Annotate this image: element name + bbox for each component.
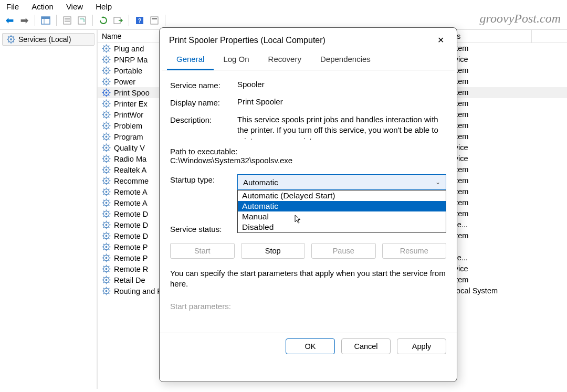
label-path: Path to executable: (170, 147, 446, 156)
start-button[interactable]: Start (170, 243, 235, 259)
svg-point-164 (106, 202, 108, 204)
apply-button[interactable]: Apply (397, 338, 446, 354)
ok-button[interactable]: OK (286, 338, 335, 354)
svg-point-44 (106, 70, 108, 72)
resume-button[interactable]: Resume (382, 243, 447, 259)
tab-logon[interactable]: Log On (214, 50, 258, 70)
svg-point-94 (106, 125, 108, 127)
svg-line-99 (103, 123, 104, 124)
sheet-icon (62, 16, 72, 25)
option-disabled[interactable]: Disabled (238, 222, 446, 232)
service-name-cell: Print Spoo (114, 89, 150, 97)
gear-icon (7, 35, 15, 44)
svg-line-79 (103, 101, 104, 102)
stop-button[interactable]: Stop (241, 243, 306, 259)
properties-button[interactable] (61, 14, 74, 27)
service-logon-cell: rvice (448, 143, 532, 153)
svg-line-69 (103, 90, 104, 91)
svg-point-144 (106, 180, 108, 182)
dialog-footer: OK Cancel Apply (160, 333, 457, 362)
show-hide-tree-button[interactable] (39, 14, 52, 27)
svg-line-171 (103, 205, 104, 206)
export-list-button[interactable] (112, 14, 124, 27)
service-logon-cell: stem (448, 231, 532, 241)
svg-line-151 (103, 183, 104, 184)
service-logon-cell: stem (448, 187, 532, 197)
export-button[interactable] (76, 14, 88, 27)
svg-point-134 (106, 169, 108, 171)
service-logon-cell: stem (448, 209, 532, 219)
svg-line-50 (108, 72, 109, 73)
svg-line-239 (103, 277, 104, 278)
menu-help[interactable]: Help (96, 2, 112, 11)
svg-line-192 (108, 222, 109, 223)
help-button[interactable]: ? (133, 14, 146, 27)
svg-line-121 (103, 150, 104, 151)
svg-line-232 (108, 266, 109, 267)
tab-dependencies[interactable]: Dependencies (311, 50, 380, 70)
svg-line-229 (103, 266, 104, 267)
service-name-cell: Remote R (114, 265, 148, 273)
svg-line-101 (103, 128, 104, 129)
close-button[interactable]: ✕ (432, 33, 449, 47)
menu-file[interactable]: File (6, 2, 19, 11)
menu-view[interactable]: View (66, 2, 83, 11)
svg-line-199 (103, 233, 104, 234)
svg-line-41 (103, 61, 104, 62)
value-path: C:\Windows\System32\spoolsv.exe (170, 156, 446, 165)
svg-line-71 (103, 94, 104, 96)
svg-line-52 (108, 68, 109, 69)
cancel-button[interactable]: Cancel (341, 338, 391, 354)
svg-point-184 (106, 224, 108, 226)
svg-line-251 (103, 293, 104, 294)
value-description: This service spools print jobs and handl… (237, 114, 446, 140)
svg-line-182 (108, 211, 109, 212)
col-logon[interactable]: As (448, 30, 532, 43)
option-manual[interactable]: Manual (238, 211, 446, 222)
svg-point-74 (106, 103, 108, 105)
dialog-body: Service name: Spooler Display name: Prin… (160, 70, 457, 333)
svg-line-70 (108, 94, 109, 96)
chevron-down-icon: ⌄ (435, 178, 440, 186)
svg-line-92 (108, 112, 109, 113)
properties-sheet-button[interactable] (148, 14, 161, 27)
service-name-cell: Plug and (114, 45, 144, 53)
svg-line-162 (108, 189, 109, 190)
service-name-cell: Remote P (114, 254, 148, 262)
service-logon-cell: stem (448, 110, 532, 120)
svg-point-84 (106, 114, 108, 116)
svg-point-124 (106, 158, 108, 160)
svg-line-32 (108, 46, 109, 47)
label-startup-type: Startup type: (170, 174, 237, 190)
svg-line-132 (108, 156, 109, 157)
option-delayed[interactable]: Automatic (Delayed Start) (238, 190, 446, 201)
svg-line-62 (108, 79, 109, 80)
label-service-status: Service status: (170, 224, 237, 234)
tree-root-services[interactable]: Services (Local) (2, 33, 94, 46)
tab-recovery[interactable]: Recovery (259, 50, 311, 70)
tree-root-label: Services (Local) (18, 35, 71, 44)
forward-button[interactable]: ➡ (18, 14, 30, 27)
pause-button[interactable]: Pause (311, 243, 376, 259)
tree-pane: Services (Local) (0, 30, 98, 389)
option-automatic[interactable]: Automatic (238, 201, 446, 211)
arrow-left-icon: ⬅ (6, 15, 14, 26)
svg-point-194 (106, 235, 108, 237)
start-params-input (244, 299, 446, 313)
svg-line-131 (103, 161, 104, 162)
startup-type-select[interactable]: Automatic ⌄ (237, 174, 446, 190)
svg-line-189 (103, 222, 104, 223)
menu-action[interactable]: Action (32, 2, 54, 11)
svg-line-40 (108, 61, 109, 62)
svg-line-21 (8, 41, 9, 43)
svg-point-234 (106, 279, 108, 281)
svg-line-231 (103, 271, 104, 272)
svg-point-114 (106, 147, 108, 149)
svg-line-221 (103, 260, 104, 261)
back-button[interactable]: ⬅ (3, 14, 16, 27)
tab-general[interactable]: General (167, 50, 214, 70)
refresh-button[interactable] (97, 14, 110, 27)
start-params-hint: You can specify the start parameters tha… (170, 268, 446, 290)
svg-line-19 (8, 36, 9, 37)
svg-line-119 (103, 145, 104, 146)
